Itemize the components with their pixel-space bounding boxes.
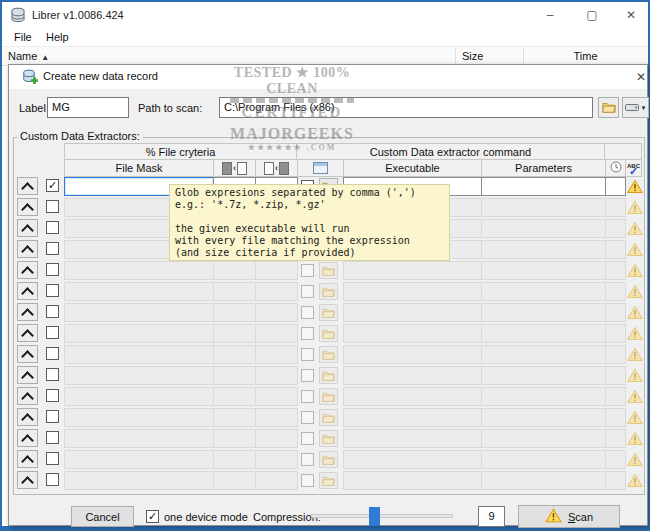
move-up-button[interactable] [17,219,38,237]
extractor-row-checkbox[interactable] [46,263,59,276]
extractor-row-checkbox[interactable] [46,221,59,234]
max-size-input [255,345,298,364]
executable-browse-button[interactable] [319,388,338,405]
row-warning-icon[interactable] [626,366,643,384]
move-up-button[interactable] [17,471,38,489]
shell-checkbox[interactable] [301,348,314,361]
max-size-input [255,408,298,427]
row-warning-icon[interactable] [626,429,643,447]
move-up-button[interactable] [17,177,38,195]
extractor-row-checkbox[interactable] [46,200,59,213]
minimize-button[interactable]: – [535,2,565,28]
scan-button[interactable]: Scan [518,505,620,528]
shell-checkbox[interactable] [301,390,314,403]
move-up-button[interactable] [17,429,38,447]
executable-browse-button[interactable] [319,472,338,489]
executable-browse-button[interactable] [319,283,338,300]
extractor-row-checkbox[interactable] [46,305,59,318]
executable-browse-button[interactable] [319,346,338,363]
move-up-button[interactable] [17,408,38,426]
row-warning-icon[interactable] [626,408,643,426]
extractor-row-checkbox[interactable] [46,242,59,255]
extractor-row-checkbox[interactable] [46,431,59,444]
test-column-header[interactable]: ABC✓ [625,159,642,177]
compression-slider-track[interactable] [311,514,453,518]
shell-checkbox[interactable] [301,411,314,424]
executable-browse-button[interactable] [319,367,338,384]
label-caption: Label: [19,102,49,114]
executable-browse-button[interactable] [319,304,338,321]
extractor-row-checkbox[interactable] [46,368,59,381]
shell-checkbox[interactable] [301,264,314,277]
shell-checkbox[interactable] [301,306,314,319]
move-up-button[interactable] [17,345,38,363]
row-warning-icon[interactable] [626,471,643,489]
extractor-row-checkbox[interactable] [46,326,59,339]
extractor-row-checkbox[interactable] [46,347,59,360]
shell-checkbox[interactable] [301,474,314,487]
row-warning-icon[interactable] [626,282,643,300]
shell-checkbox[interactable] [301,432,314,445]
menu-file[interactable]: File [10,30,36,44]
extractor-row-checkbox[interactable] [46,473,59,486]
menu-help[interactable]: Help [42,30,73,44]
column-header-name[interactable]: Name▲ [8,47,49,65]
timeout-cell [605,303,626,322]
dialog-close-icon[interactable]: ✕ [633,65,649,89]
label-input[interactable]: MG [47,97,129,118]
column-header-size[interactable]: Size [462,47,483,65]
maximize-button[interactable]: ▢ [577,2,607,28]
move-up-button[interactable] [17,387,38,405]
move-up-button[interactable] [17,240,38,258]
row-warning-icon[interactable] [626,261,643,279]
move-up-button[interactable] [17,366,38,384]
timeout-cell[interactable] [605,177,626,196]
executable-browse-button[interactable] [319,325,338,342]
parameters-input [481,198,606,217]
executable-browse-button[interactable] [319,430,338,447]
row-warning-icon[interactable] [626,303,643,321]
shell-column-header[interactable] [297,159,344,177]
extractor-row-checkbox[interactable] [46,389,59,402]
compression-slider[interactable] [369,507,380,526]
row-warning-icon[interactable] [626,324,643,342]
row-warning-icon[interactable] [626,387,643,405]
shell-checkbox[interactable] [301,285,314,298]
shell-checkbox[interactable] [301,369,314,382]
row-warning-icon[interactable] [626,345,643,363]
extractor-row-checkbox[interactable] [46,284,59,297]
timeout-cell [605,219,626,238]
extractor-row-checkbox[interactable] [46,410,59,423]
row-warning-icon[interactable] [626,219,643,237]
shell-checkbox[interactable] [301,327,314,340]
row-warning-icon[interactable] [626,450,643,468]
extractor-row-checkbox[interactable] [46,452,59,465]
move-up-button[interactable] [17,261,38,279]
browse-folder-button[interactable] [598,97,619,118]
path-input[interactable]: C:\Program Files (x86) [219,97,593,118]
parameters-input[interactable] [481,177,606,196]
file-mask-input [64,345,214,364]
cancel-button[interactable]: Cancel [71,506,134,527]
executable-browse-button[interactable] [319,409,338,426]
move-up-button[interactable] [17,282,38,300]
move-up-button[interactable] [17,324,38,342]
min-size-column-header[interactable]: ‹ [213,159,256,177]
timeout-column-header[interactable] [605,159,626,177]
executable-browse-button[interactable] [319,451,338,468]
executable-browse-button[interactable] [319,262,338,279]
row-warning-icon[interactable] [626,177,643,195]
row-warning-icon[interactable] [626,240,643,258]
column-header-time[interactable]: Time [523,47,648,65]
one-device-checkbox[interactable]: ✓ [146,510,159,523]
move-up-button[interactable] [17,450,38,468]
close-button[interactable]: ✕ [616,2,646,28]
extractor-row-checkbox[interactable]: ✓ [46,179,59,192]
max-size-column-header[interactable]: ‹ [255,159,298,177]
shell-checkbox[interactable] [301,453,314,466]
move-up-button[interactable] [17,303,38,321]
move-up-button[interactable] [17,198,38,216]
row-warning-icon[interactable] [626,198,643,216]
compression-value-input[interactable]: 9 [478,506,505,527]
device-select-button[interactable]: ▼ [622,97,649,118]
